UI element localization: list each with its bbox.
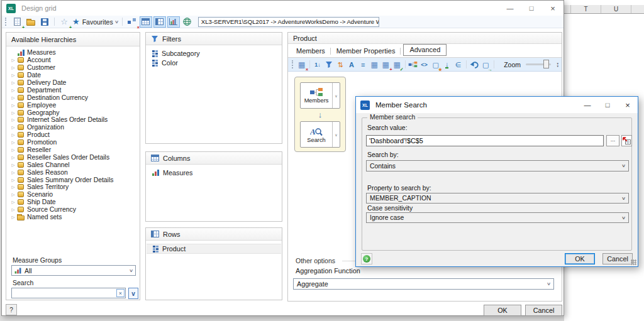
new-grid-button[interactable]: + — [11, 16, 23, 28]
search-by-select[interactable]: Contains ∨ — [366, 160, 629, 171]
export-page-icon[interactable]: ▢→ — [480, 60, 491, 70]
tree-item-customer[interactable]: ▷Customer — [6, 64, 140, 72]
grid-add-icon[interactable]: ▦+ — [380, 60, 391, 70]
dialog-close-button[interactable]: × — [618, 97, 638, 113]
search-input[interactable] — [12, 290, 116, 297]
zoom-slider-handle[interactable] — [543, 60, 549, 68]
aggregation-function-select[interactable]: Aggregate ∨ — [293, 278, 554, 290]
cancel-button[interactable]: Cancel — [525, 305, 562, 316]
chevron-down-icon[interactable]: ∨ — [332, 122, 340, 147]
range-picker-button[interactable] — [621, 135, 632, 146]
open-button[interactable] — [25, 16, 37, 28]
excel-column-header-u[interactable]: U — [601, 5, 631, 13]
tree-item-department[interactable]: ▷Department — [6, 86, 140, 94]
ok-button[interactable]: OK — [484, 305, 521, 316]
tree-item-delivery-date[interactable]: ▷Delivery Date — [6, 79, 140, 87]
subtotals-icon[interactable]: ≡ — [358, 60, 369, 70]
dialog-ok-button[interactable]: OK — [565, 253, 595, 264]
help-button[interactable]: ? — [6, 304, 17, 315]
merge-grid-icon[interactable]: ▦ — [369, 60, 380, 70]
tree-item-destination-currency[interactable]: ▷Destination Currency — [6, 94, 140, 101]
tree-item-employee[interactable]: ▷Employee — [6, 101, 140, 109]
cube-browser-button[interactable] — [181, 16, 194, 28]
grid-check-icon[interactable]: ▦✓ — [392, 60, 402, 70]
property-select[interactable]: MEMBER_CAPTION ∨ — [366, 193, 629, 204]
favourites-button[interactable]: ★ Favourites ∨ — [72, 16, 119, 28]
measure-groups-select[interactable]: All ∨ — [11, 265, 136, 276]
dimension-icon — [18, 170, 24, 175]
case-sensitivity-select[interactable]: Ignore case ∨ — [366, 212, 629, 223]
import-icon[interactable]: ↓ — [441, 60, 452, 70]
filter-item-subcategory[interactable]: Subcategory — [146, 49, 282, 58]
resize-grip[interactable] — [631, 259, 636, 265]
tree-item-reseller[interactable]: ▷Reseller — [6, 146, 140, 154]
filter-icon[interactable] — [324, 60, 335, 70]
member-selector-icon[interactable] — [408, 60, 418, 70]
tree-item-ship-date[interactable]: ▷Ship Date — [6, 199, 140, 206]
sort-ascending-icon[interactable]: 1↓ — [313, 60, 323, 70]
dialog-titlebar[interactable]: XL Member Search — □ × — [356, 97, 638, 113]
search-node[interactable]: A Search ∨ — [300, 121, 340, 148]
tree-item-sales-channel[interactable]: ▷Sales Channel — [6, 161, 140, 168]
tree-item-sales-reason[interactable]: ▷Sales Reason — [6, 168, 140, 176]
tree-item-sales-territory[interactable]: ▷Sales Territory — [6, 183, 140, 191]
rows-item-product[interactable]: Product — [147, 244, 281, 254]
tree-item-sales-summary-order-details[interactable]: ▷Sales Summary Order Details — [6, 176, 140, 183]
clear-search-icon[interactable]: × — [116, 289, 125, 297]
sort-custom-icon[interactable]: ⇅ — [335, 60, 346, 70]
search-options-button[interactable]: v — [128, 288, 138, 299]
tab-members[interactable]: Members — [291, 45, 331, 57]
tree-item-measures[interactable]: Measures — [6, 49, 140, 57]
mdx-code-icon[interactable]: <> — [419, 60, 430, 70]
chevron-down-icon[interactable]: ∨ — [332, 83, 340, 108]
tree-item-geography[interactable]: ▷Geography — [6, 109, 140, 116]
document-star-icon[interactable]: ▢★ — [430, 60, 441, 70]
tree-item-scenario[interactable]: ▷Scenario — [6, 191, 140, 199]
case-sensitivity-value: Ignore case — [370, 214, 404, 221]
excel-column-header-t[interactable]: T — [571, 5, 601, 13]
columns-item-measures[interactable]: Measures — [146, 168, 282, 177]
titlebar[interactable]: XL Design grid — □ × — [2, 1, 564, 16]
add-favourite-button[interactable]: ☆ + — [58, 16, 70, 28]
minimize-button[interactable]: — — [499, 1, 521, 16]
tree-item-source-currency[interactable]: ▷Source Currency — [6, 206, 140, 214]
tree-item-product[interactable]: ▷Product — [6, 131, 140, 139]
grid-view-button[interactable] — [140, 16, 152, 28]
search-value-input[interactable] — [366, 135, 604, 146]
tab-advanced[interactable]: Advanced — [403, 44, 447, 56]
member-set-icon[interactable]: ∈ — [453, 60, 464, 70]
dialog-maximize-button[interactable]: □ — [597, 97, 618, 113]
connection-selector[interactable]: XL3-SERVER1\SQL2017 -> AdventureWorksDem… — [198, 17, 379, 27]
zoom-slider[interactable] — [526, 63, 551, 65]
grid-delete-icon[interactable]: ▦× — [296, 60, 307, 70]
filter-item-color[interactable]: Color — [146, 58, 282, 67]
tree-item-reseller-sales-order-details[interactable]: ▷Reseller Sales Order Details — [6, 153, 140, 161]
dialog-cancel-button[interactable]: Cancel — [602, 253, 633, 264]
case-sensitivity-label: Case sensitivity — [367, 205, 413, 212]
tree-item-date[interactable]: ▷Date — [6, 72, 140, 79]
toolbar-overflow-button[interactable]: ▾▾ — [556, 62, 560, 67]
dialog-help-button[interactable]: ? — [361, 253, 372, 264]
font-icon[interactable]: A — [347, 60, 357, 70]
dialog-minimize-button[interactable]: — — [577, 97, 597, 113]
browse-button[interactable]: ... — [606, 135, 619, 146]
folder-icon — [17, 215, 25, 220]
tree-item-internet-sales-order-details[interactable]: ▷Internet Sales Order Details — [6, 116, 140, 124]
tree-item-named-sets[interactable]: ▷Named sets — [6, 214, 140, 221]
tree-item-account[interactable]: ▷Account — [6, 57, 140, 64]
tree-item-promotion[interactable]: ▷Promotion — [6, 139, 140, 146]
toolbar-grip[interactable] — [5, 18, 8, 26]
toolbar-grip[interactable] — [292, 60, 294, 68]
tab-member-properties[interactable]: Member Properties — [331, 45, 401, 57]
member-flow-diagram: Members ∨ ↓ A Search ∨ — [294, 77, 346, 152]
save-button[interactable] — [38, 16, 51, 28]
expand-icon: ▷ — [10, 146, 16, 153]
undo-icon[interactable] — [469, 60, 480, 70]
grid-headers-button[interactable] — [153, 16, 166, 28]
members-node[interactable]: Members ∨ — [300, 82, 340, 109]
disconnect-button[interactable]: × — [126, 16, 138, 28]
tree-item-organization[interactable]: ▷Organization — [6, 124, 140, 131]
maximize-button[interactable]: □ — [521, 1, 542, 16]
chart-button[interactable] — [167, 16, 180, 28]
close-button[interactable]: × — [542, 1, 564, 16]
